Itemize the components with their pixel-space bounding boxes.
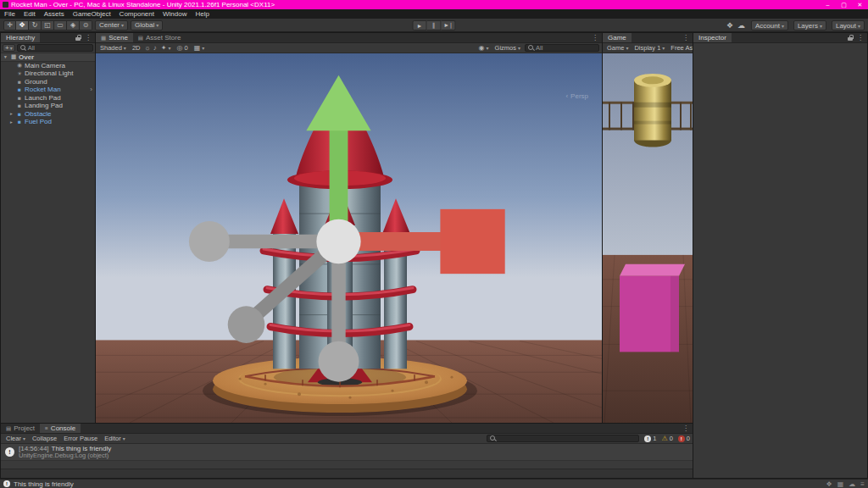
hierarchy-item-rocket-man[interactable]: ■ Rocket Man ›	[1, 86, 95, 94]
lock-icon[interactable]	[848, 35, 854, 42]
gizmo-y-axis[interactable]	[306, 75, 370, 130]
window-titlebar[interactable]: Rocket Man - Over - PC, Mac & Linux Stan…	[0, 0, 868, 9]
lock-icon[interactable]	[75, 35, 81, 42]
menu-window[interactable]: Window	[159, 9, 191, 19]
tab-game[interactable]: Game	[603, 33, 632, 42]
scene-audio-icon[interactable]: ♪	[153, 44, 157, 52]
tab-project[interactable]: ▤ Project	[1, 424, 40, 433]
menu-assets[interactable]: Assets	[40, 9, 69, 19]
info-count-toggle[interactable]: ! 1	[644, 435, 656, 442]
editor-dropdown[interactable]: Editor ▾	[102, 435, 128, 443]
console-log-entry[interactable]: ! [14:56:44]This thing is friendly Unity…	[1, 444, 693, 461]
tab-scene[interactable]: ▦ Scene	[96, 33, 133, 42]
plugin-icon[interactable]: ❖	[726, 21, 734, 30]
cloud-icon[interactable]: ☁	[849, 480, 855, 488]
menu-edit[interactable]: Edit	[19, 9, 40, 19]
menu-file[interactable]: File	[0, 9, 19, 19]
game-viewport[interactable]	[603, 53, 693, 423]
create-object-button[interactable]: + ▾	[3, 44, 15, 52]
move-tool-icon[interactable]: ✥	[16, 20, 29, 30]
scene-search-input[interactable]: All	[525, 44, 599, 52]
expand-closed-icon[interactable]: ▸	[8, 119, 14, 125]
hierarchy-item-obstacle[interactable]: ▸ ■ Obstacle	[1, 110, 95, 119]
tab-inspector[interactable]: Inspector	[693, 33, 732, 42]
game-mode-dropdown[interactable]: Game ▾	[605, 44, 630, 53]
eye-icon: ◎	[177, 44, 183, 52]
scale-tool-icon[interactable]: ◱	[42, 20, 54, 30]
prefab-icon: ■	[16, 86, 23, 92]
hierarchy-item-landing-pad[interactable]: ■ Landing Pad	[1, 102, 95, 110]
prefab-open-arrow-icon[interactable]: ›	[90, 86, 92, 93]
pane-menu-icon[interactable]: ⋮	[682, 424, 689, 432]
scene-orientation-gizmo[interactable]	[96, 57, 592, 423]
clear-button[interactable]: Clear ▾	[3, 435, 28, 443]
warning-count-toggle[interactable]: ⚠ 0	[661, 435, 672, 442]
scene-effects-dropdown[interactable]: ✦ ▾	[159, 44, 173, 53]
editor-label: Editor	[104, 435, 121, 442]
space-toggle-button[interactable]: Global ▾	[131, 20, 163, 30]
step-button[interactable]: ►∣	[442, 20, 456, 30]
gizmo-x-axis[interactable]	[440, 209, 504, 274]
gizmos-dropdown[interactable]: Gizmos ▾	[493, 44, 522, 53]
log-stacktrace: UnityEngine.Debug:Log (object)	[19, 452, 111, 459]
display-dropdown[interactable]: Display 1 ▾	[632, 44, 666, 53]
error-count-toggle[interactable]: ! 0	[678, 435, 690, 442]
projection-mode-toggle[interactable]: ‹ Persp	[565, 92, 588, 100]
clear-label: Clear	[6, 435, 21, 442]
window-maximize-button[interactable]: ▢	[836, 0, 852, 9]
pause-button[interactable]: ∥	[427, 20, 442, 30]
pane-menu-icon[interactable]: ⋮	[857, 34, 864, 42]
plugin-icon[interactable]: ❖	[826, 480, 832, 488]
expand-open-icon[interactable]: ▾	[3, 54, 8, 59]
menu-gameobject[interactable]: GameObject	[69, 9, 115, 19]
pane-menu-icon[interactable]: ⋮	[85, 34, 92, 42]
hierarchy-item-launch-pad[interactable]: ■ Launch Pad	[1, 94, 95, 103]
tab-hierarchy[interactable]: Hierarchy	[1, 33, 40, 42]
menu-help[interactable]: Help	[191, 9, 213, 19]
menu-component[interactable]: Component	[115, 9, 159, 19]
tab-console[interactable]: ≡ Console	[40, 424, 81, 433]
expand-closed-icon[interactable]: ▸	[8, 111, 14, 116]
pane-menu-icon[interactable]: ⋮	[682, 34, 689, 42]
aspect-ratio-dropdown[interactable]: Free Aspect	[669, 44, 693, 53]
hierarchy-search-input[interactable]: All	[17, 44, 93, 52]
transform-tool-icon[interactable]: ◈	[67, 20, 80, 30]
shading-mode-dropdown[interactable]: Shaded ▾	[98, 44, 128, 53]
activity-menu-icon[interactable]: ≡	[860, 480, 865, 488]
tab-asset-store[interactable]: ▤ Asset Store	[133, 33, 186, 42]
warning-icon: ⚠	[661, 435, 667, 442]
hierarchy-item-ground[interactable]: ■ Ground	[1, 78, 95, 86]
light-icon: ☀	[16, 70, 23, 77]
rect-tool-icon[interactable]: ▭	[54, 20, 67, 30]
status-bar[interactable]: ! This thing is friendly ❖ ▦ ☁ ≡	[0, 479, 868, 488]
hidden-objects-counter[interactable]: ◎ 0	[175, 44, 190, 53]
custom-tool-icon[interactable]: ⊙	[80, 20, 92, 30]
layout-dropdown[interactable]: Layout ▾	[832, 20, 865, 30]
window-close-button[interactable]: ✕	[852, 0, 868, 9]
pivot-toggle-button[interactable]: Center ▾	[95, 20, 128, 30]
hierarchy-item-directional-light[interactable]: ☀ Directional Light	[1, 69, 95, 78]
scene-viewport[interactable]: ‹ Persp	[96, 53, 602, 423]
hierarchy-item-fuel-pod[interactable]: ▸ ■ Fuel Pod	[1, 118, 95, 126]
error-pause-toggle[interactable]: Error Pause	[61, 435, 100, 443]
scene-lighting-icon[interactable]: ☼	[144, 44, 150, 52]
cloud-icon[interactable]: ☁	[737, 21, 746, 30]
2d-toggle-button[interactable]: 2D	[131, 44, 142, 53]
console-search-input[interactable]	[487, 435, 639, 442]
scene-name: Over	[19, 53, 34, 61]
hand-tool-icon[interactable]: ✛	[3, 20, 16, 30]
account-dropdown[interactable]: Account ▾	[751, 20, 788, 30]
rotate-tool-icon[interactable]: ↻	[29, 20, 42, 30]
gizmo-z-axis[interactable]	[228, 306, 265, 343]
hierarchy-item-main-camera[interactable]: ◉ Main Camera	[1, 62, 95, 70]
pane-menu-icon[interactable]: ⋮	[592, 34, 598, 42]
window-minimize-button[interactable]: –	[820, 0, 836, 9]
grid-settings-dropdown[interactable]: ▦ ▾	[192, 44, 207, 53]
collapse-toggle[interactable]: Collapse	[30, 435, 59, 443]
hierarchy-scene-row[interactable]: ▾ ▦ Over	[1, 53, 95, 62]
scene-camera-dropdown[interactable]: ◉ ▾	[477, 44, 491, 53]
play-button[interactable]: ►	[413, 20, 427, 30]
grid-icon[interactable]: ▦	[837, 480, 844, 488]
layers-dropdown[interactable]: Layers ▾	[793, 20, 826, 30]
asset-store-tab-label: Asset Store	[146, 34, 181, 42]
